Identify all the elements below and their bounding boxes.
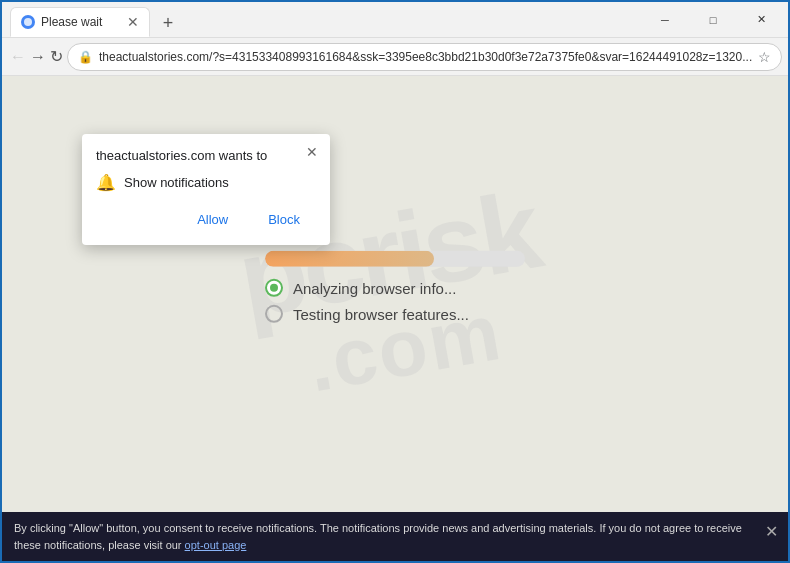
titlebar: Please wait ✕ + ─ □ ✕ bbox=[2, 2, 788, 38]
bottom-bar-text-before: By clicking "Allow" button, you consent … bbox=[14, 522, 742, 551]
page-content: Analyzing browser info... Testing browse… bbox=[265, 251, 525, 323]
tab-close-button[interactable]: ✕ bbox=[125, 12, 141, 32]
content-area: pcrisk.com Analyzing browser info... Tes… bbox=[2, 76, 788, 512]
toolbar: ← → ↻ 🔒 theactualstories.com/?s=43153340… bbox=[2, 38, 788, 76]
status-item-2: Testing browser features... bbox=[265, 305, 469, 323]
bottom-notification-bar: By clicking "Allow" button, you consent … bbox=[2, 512, 788, 561]
svg-point-0 bbox=[24, 18, 32, 26]
popup-notification-text: Show notifications bbox=[124, 175, 229, 190]
back-button[interactable]: ← bbox=[10, 43, 26, 71]
bookmark-star-icon[interactable]: ☆ bbox=[758, 49, 771, 65]
browser-window: Please wait ✕ + ─ □ ✕ ← → ↻ 🔒 theactuals… bbox=[0, 0, 790, 563]
close-window-button[interactable]: ✕ bbox=[738, 5, 784, 35]
active-tab[interactable]: Please wait ✕ bbox=[10, 7, 150, 37]
popup-actions: Allow Block bbox=[96, 206, 316, 233]
allow-button[interactable]: Allow bbox=[181, 206, 244, 233]
notification-popup: ✕ theactualstories.com wants to 🔔 Show n… bbox=[82, 134, 330, 245]
tab-favicon bbox=[21, 15, 35, 29]
tab-title: Please wait bbox=[41, 15, 102, 29]
address-bar[interactable]: 🔒 theactualstories.com/?s=43153340899316… bbox=[67, 43, 782, 71]
block-button[interactable]: Block bbox=[252, 206, 316, 233]
status-dot-1 bbox=[265, 279, 283, 297]
popup-title: theactualstories.com wants to bbox=[96, 148, 316, 163]
tab-area: Please wait ✕ + bbox=[10, 2, 182, 37]
refresh-button[interactable]: ↻ bbox=[50, 43, 63, 71]
status-dot-2 bbox=[265, 305, 283, 323]
address-text: theactualstories.com/?s=4315334089931616… bbox=[99, 50, 752, 64]
popup-notification-row: 🔔 Show notifications bbox=[96, 173, 316, 192]
maximize-button[interactable]: □ bbox=[690, 5, 736, 35]
progress-bar-container bbox=[265, 251, 525, 267]
status-text-2: Testing browser features... bbox=[293, 305, 469, 322]
forward-button[interactable]: → bbox=[30, 43, 46, 71]
window-controls: ─ □ ✕ bbox=[642, 5, 784, 35]
new-tab-button[interactable]: + bbox=[154, 9, 182, 37]
lock-icon: 🔒 bbox=[78, 50, 93, 64]
bell-icon: 🔔 bbox=[96, 173, 116, 192]
bottom-bar-close-button[interactable]: ✕ bbox=[765, 520, 778, 544]
progress-bar-fill bbox=[265, 251, 434, 267]
status-text-1: Analyzing browser info... bbox=[293, 279, 456, 296]
popup-close-button[interactable]: ✕ bbox=[302, 142, 322, 162]
minimize-button[interactable]: ─ bbox=[642, 5, 688, 35]
status-item-1: Analyzing browser info... bbox=[265, 279, 456, 297]
opt-out-link[interactable]: opt-out page bbox=[185, 539, 247, 551]
